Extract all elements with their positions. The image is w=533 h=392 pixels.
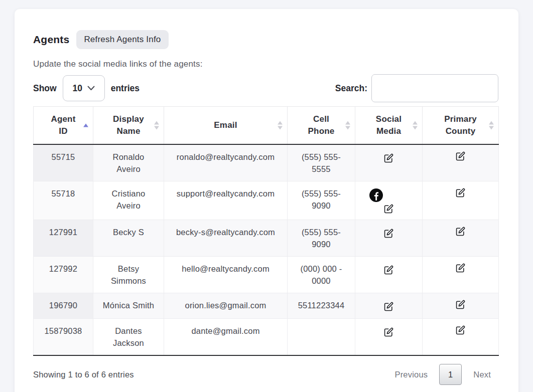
agent-id-cell: 127991: [34, 220, 93, 257]
email-cell: orion.lies@gmail.com: [164, 293, 288, 319]
search-label: Search:: [335, 83, 367, 94]
card-header: Agents Refresh Agents Info: [33, 30, 498, 49]
edit-icon: [456, 227, 465, 236]
sort-up-arrow-icon: [154, 121, 159, 125]
column-label: Social Media: [376, 114, 402, 136]
column-header[interactable]: Display Name: [93, 107, 164, 145]
agents-card: Agents Refresh Agents Info Update the so…: [15, 9, 518, 392]
display-name-cell: Cristiano Aveiro: [93, 181, 164, 220]
edit-icon: [456, 151, 465, 161]
agent-id-cell: 55715: [34, 144, 93, 181]
column-label: Primary County: [444, 114, 477, 136]
edit-icon: [384, 204, 393, 214]
column-header[interactable]: Cell Phone: [288, 107, 355, 145]
edit-social-media-button[interactable]: [384, 204, 393, 214]
sort-icon: [413, 121, 418, 130]
email-cell: hello@realtycandy.com: [164, 257, 288, 293]
edit-icon: [456, 188, 465, 198]
search-input[interactable]: [371, 74, 498, 102]
sort-down-arrow-icon: [489, 126, 494, 130]
edit-icon: [384, 229, 393, 238]
social-media-cell: [355, 319, 423, 356]
facebook-link[interactable]: [369, 188, 383, 202]
table-row: 196790 Mónica Smith orion.lies@gmail.com…: [34, 293, 499, 319]
page-title: Agents: [33, 34, 69, 46]
chevron-down-icon: [87, 86, 95, 91]
sort-icon: [489, 121, 494, 130]
show-label: Show: [33, 83, 57, 94]
email-cell: ronaldo@realtycandy.com: [164, 144, 288, 181]
display-name-cell: Betsy Simmons: [93, 257, 164, 293]
edit-social-media-button[interactable]: [384, 229, 393, 238]
sort-up-arrow-icon: [345, 121, 350, 125]
edit-primary-county-button[interactable]: [456, 325, 465, 335]
table-row: 55715 Ronaldo Aveiro ronaldo@realtycandy…: [34, 144, 499, 181]
edit-primary-county-button[interactable]: [456, 263, 465, 273]
agent-id-cell: 55718: [34, 181, 93, 220]
display-name-cell: Becky S: [93, 220, 164, 257]
edit-social-media-button[interactable]: [384, 302, 393, 311]
current-page-button[interactable]: 1: [439, 364, 462, 385]
search-control: Search:: [335, 74, 498, 102]
cell-phone-cell: [288, 319, 355, 356]
column-header[interactable]: Agent ID: [34, 107, 93, 145]
next-page-button[interactable]: Next: [466, 365, 498, 384]
entries-label: entries: [111, 83, 140, 94]
entries-select-value: 10: [72, 83, 82, 94]
edit-icon: [384, 327, 393, 337]
edit-icon: [384, 265, 393, 275]
email-cell: dante@gmail.com: [164, 319, 288, 356]
social-media-cell: [355, 293, 423, 319]
sort-icon: [278, 121, 283, 130]
sort-icon: [83, 124, 88, 127]
email-cell: support@realtycandy.com: [164, 181, 288, 220]
primary-county-cell: [423, 220, 499, 257]
agent-id-cell: 196790: [34, 293, 93, 319]
cell-phone-cell: (555) 555-9090: [288, 181, 355, 220]
edit-social-media-button[interactable]: [384, 265, 393, 275]
previous-page-button[interactable]: Previous: [387, 365, 435, 384]
cell-phone-cell: (555) 555-9090: [288, 220, 355, 257]
sort-down-arrow-icon: [413, 126, 418, 130]
facebook-icon: [369, 188, 383, 202]
page-length-control: Show 10 entries: [33, 75, 140, 101]
social-media-cell: [355, 181, 423, 220]
table-row: 127992 Betsy Simmons hello@realtycandy.c…: [34, 257, 499, 293]
sort-icon: [154, 121, 159, 130]
edit-icon: [456, 263, 465, 273]
edit-icon: [456, 300, 465, 309]
primary-county-cell: [423, 319, 499, 356]
subtitle: Update the social media links of the age…: [33, 59, 498, 69]
sort-up-arrow-icon: [83, 124, 88, 127]
agent-id-cell: 15879038: [34, 319, 93, 356]
edit-primary-county-button[interactable]: [456, 151, 465, 161]
primary-county-cell: [423, 144, 499, 181]
edit-primary-county-button[interactable]: [456, 300, 465, 309]
cell-phone-cell: (000) 000 - 0000: [288, 257, 355, 293]
column-header[interactable]: Email: [164, 107, 288, 145]
display-name-cell: Dantes Jackson: [93, 319, 164, 356]
column-label: Cell Phone: [308, 114, 335, 136]
primary-county-cell: [423, 181, 499, 220]
agents-table: Agent ID Display Name Email Cell Phone S…: [33, 106, 499, 356]
refresh-agents-button[interactable]: Refresh Agents Info: [76, 30, 168, 49]
column-header[interactable]: Primary County: [423, 107, 499, 145]
social-media-cell: [355, 144, 423, 181]
edit-social-media-button[interactable]: [384, 153, 393, 163]
entries-select[interactable]: 10: [63, 75, 105, 101]
display-name-cell: Mónica Smith: [93, 293, 164, 319]
edit-icon: [456, 325, 465, 335]
column-label: Email: [214, 120, 237, 130]
display-name-cell: Ronaldo Aveiro: [93, 144, 164, 181]
sort-down-arrow-icon: [154, 126, 159, 130]
column-header[interactable]: Social Media: [355, 107, 423, 145]
email-cell: becky-s@realtycandy.com: [164, 220, 288, 257]
cell-phone-cell: (555) 555-5555: [288, 144, 355, 181]
primary-county-cell: [423, 257, 499, 293]
edit-primary-county-button[interactable]: [456, 188, 465, 198]
edit-primary-county-button[interactable]: [456, 227, 465, 236]
edit-social-media-button[interactable]: [384, 327, 393, 337]
edit-icon: [384, 302, 393, 311]
agent-id-cell: 127992: [34, 257, 93, 293]
pagination: Previous 1 Next: [387, 364, 498, 385]
